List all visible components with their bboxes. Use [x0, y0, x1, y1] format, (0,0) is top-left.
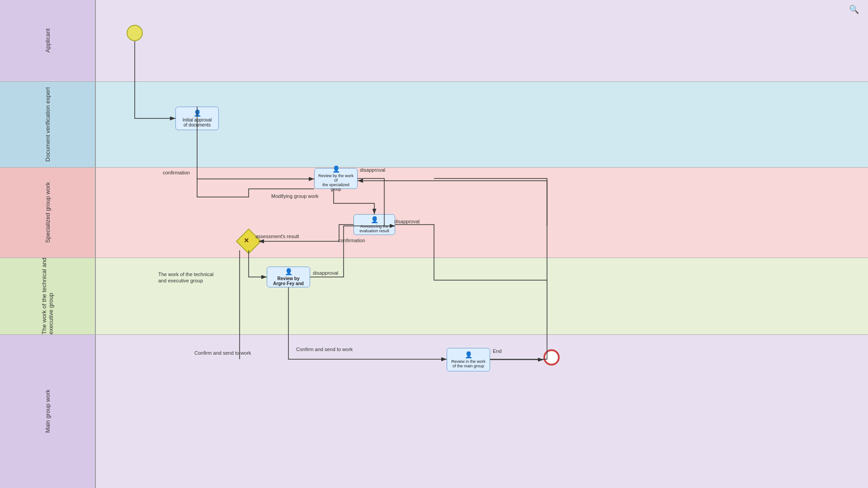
lane-applicant-label: Applicant	[0, 0, 95, 81]
node-announcing-icon: 👤	[371, 216, 378, 223]
lane-spec-bg	[95, 167, 868, 258]
gateway-x-icon: ×	[244, 236, 249, 245]
lane-divider	[95, 0, 96, 488]
diagram-container: Applicant Document verification expert S…	[0, 0, 868, 488]
label-end: End	[493, 348, 502, 354]
node-review-specialized-icon: 👤	[332, 165, 340, 173]
h-divider-1	[0, 81, 868, 82]
lane-tech-bg	[95, 258, 868, 334]
label-disapproval-argro: disapproval	[313, 270, 338, 276]
node-announcing-label: Announcing theevaluation result	[359, 224, 389, 233]
lane-main-label: Main group work	[0, 334, 95, 488]
search-button[interactable]: 🔍	[849, 5, 859, 14]
label-disapproval-ann: disapproval	[394, 219, 420, 224]
label-confirm-send1: Confirm and send to work	[194, 350, 251, 356]
node-review-main-label: Review in the workof the main group	[451, 359, 486, 368]
lane-doc-label: Document verification expert	[0, 81, 95, 167]
label-confirmation2: confirmation	[338, 238, 365, 243]
label-disapproval-spec: disapproval	[360, 167, 385, 173]
node-argro-label: Review byArgro Fey and	[273, 276, 304, 286]
lane-spec-text: Specialized group work	[44, 182, 51, 243]
node-argro-icon: 👤	[285, 268, 292, 275]
label-tech-work: The work of the technicaland executive g…	[158, 271, 213, 284]
lane-applicant-bg	[95, 0, 868, 81]
node-review-specialized[interactable]: 👤 Review by the work ofthe specialized g…	[314, 168, 358, 189]
lane-main-text: Main group work	[44, 389, 51, 433]
label-assessment: assessment's result	[255, 234, 299, 239]
node-review-main[interactable]: 👤 Review in the workof the main group	[447, 348, 490, 371]
node-initial-approval[interactable]: 👤 Initial approvalof documents	[175, 107, 219, 130]
label-confirmation: confirmation	[163, 170, 190, 175]
lane-spec-label: Specialized group work	[0, 167, 95, 258]
search-icon: 🔍	[849, 5, 859, 14]
node-review-specialized-label: Review by the work ofthe specialized gro…	[317, 174, 354, 192]
node-announcing[interactable]: 👤 Announcing theevaluation result	[354, 214, 395, 235]
h-divider-4	[0, 334, 868, 335]
lane-tech-text: The work of the technical and executive …	[41, 258, 54, 334]
node-review-argro[interactable]: 👤 Review byArgro Fey and	[267, 267, 310, 287]
lane-applicant-text: Applicant	[44, 28, 51, 52]
node-initial-approval-icon: 👤	[193, 109, 201, 117]
end-event[interactable]	[543, 349, 560, 366]
lane-doc-text: Document verification expert	[44, 87, 51, 162]
lane-tech-label: The work of the technical and executive …	[0, 258, 95, 334]
label-modifying: Modifying group work	[271, 193, 319, 199]
h-divider-2	[0, 167, 868, 168]
node-review-main-icon: 👤	[465, 351, 472, 358]
label-confirm-send2: Confirm and send to work	[296, 347, 353, 352]
start-event[interactable]	[127, 25, 143, 41]
gateway-container[interactable]: ×	[240, 232, 258, 250]
node-initial-approval-label: Initial approvalof documents	[183, 117, 212, 127]
h-divider-3	[0, 258, 868, 258]
